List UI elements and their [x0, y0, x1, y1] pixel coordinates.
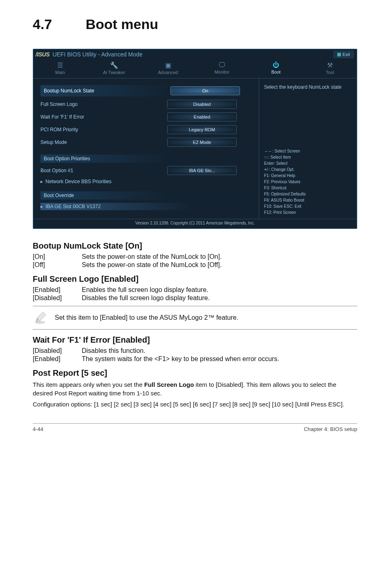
asus-logo: /ISUS: [36, 51, 49, 58]
setup-value[interactable]: EZ Mode: [167, 138, 237, 147]
exit-icon: [337, 53, 341, 56]
def-val: Sets the power-on state of the NumLock t…: [82, 261, 357, 269]
tab-monitor[interactable]: 🖵 Monitor: [195, 60, 249, 78]
def-val: Disables this function.: [82, 347, 357, 355]
pci-row: PCI ROM Priority Legacy ROM: [40, 125, 254, 134]
tab-boot[interactable]: ⏻ Boot: [249, 60, 303, 78]
tab-advanced[interactable]: ▣ Advanced: [141, 60, 195, 78]
tab-main-label: Main: [55, 70, 65, 75]
bios-title: UEFI BIOS Utility - Advanced Mode: [52, 51, 142, 58]
boot-option1-row: Boot Option #1 IBA GE Slo...: [40, 166, 254, 175]
chevron-right-icon: ▸: [40, 179, 43, 184]
def-row: [Disabled] Disables the full screen logo…: [33, 294, 357, 302]
exit-button[interactable]: Exit: [334, 51, 354, 58]
boot-option1-label: Boot Option #1: [40, 168, 163, 173]
tab-ai-label: Ai Tweaker: [103, 70, 125, 75]
page-footer: 4-44 Chapter 4: BIOS setup: [33, 423, 357, 432]
hint-line: →←: Select Screen: [264, 148, 352, 154]
def-row: [Disabled] Disables this function.: [33, 347, 357, 355]
netdev-label: Network Device BBS Priorities: [45, 179, 111, 184]
def-key: [Enabled]: [33, 355, 82, 363]
chevron-right-icon: ▸: [40, 204, 43, 209]
def-key: [Off]: [33, 261, 82, 269]
boot-priorities-header: Boot Option Priorities: [40, 155, 254, 163]
tab-tool-label: Tool: [326, 70, 334, 75]
exit-label: Exit: [343, 52, 350, 57]
paragraph: This item appears only when you set the …: [33, 380, 357, 397]
tab-advanced-label: Advanced: [158, 70, 178, 75]
hint-line: F1: General Help: [264, 173, 352, 179]
iba-label: IBA GE Slot 00CB V1372: [45, 204, 101, 209]
tab-boot-label: Boot: [271, 70, 281, 74]
power-icon: ⏻: [249, 61, 303, 69]
def-val: Sets the power-on state of the NumLock t…: [82, 253, 357, 260]
fullscreen-label: Full Screen Logo: [40, 101, 163, 107]
monitor-icon: 🖵: [195, 61, 249, 69]
fullscreen-value[interactable]: Disabled: [167, 100, 237, 109]
boot-override-header: Boot Override: [40, 191, 254, 200]
fullscreen-row: Full Screen Logo Disabled: [40, 100, 254, 109]
iba-subitem[interactable]: ▸ IBA GE Slot 00CB V1372: [40, 203, 254, 210]
def-key: [Disabled]: [33, 347, 82, 355]
hint-line: F12: Print Screen: [264, 209, 352, 215]
bios-main-panel: Bootup NumLock State On Full Screen Logo…: [33, 79, 259, 219]
tab-monitor-label: Monitor: [215, 70, 230, 74]
netdev-subitem[interactable]: ▸ Network Device BBS Priorities: [40, 179, 254, 184]
key-hints: →←: Select Screen ↑↓: Select Item Enter:…: [264, 148, 352, 215]
bios-window: /ISUS UEFI BIOS Utility - Advanced Mode …: [33, 49, 357, 229]
def-key: [On]: [33, 253, 82, 260]
paragraph: Configuration options: [1 sec] [2 sec] […: [33, 400, 357, 408]
bootup-value[interactable]: On: [170, 86, 240, 95]
def-key: [Disabled]: [33, 294, 82, 302]
note-text: Set this item to [Enabled] to use the AS…: [55, 314, 238, 321]
section-heading: Post Report [5 sec]: [33, 368, 357, 378]
footer-left: 4-44: [33, 426, 43, 432]
para-text: This item appears only when you set the: [33, 381, 144, 388]
help-text: Select the keyboard NumLock state: [264, 84, 352, 90]
bios-help-panel: Select the keyboard NumLock state →←: Se…: [259, 79, 357, 219]
tab-ai-tweaker[interactable]: 🔧 Ai Tweaker: [87, 60, 141, 78]
def-key: [Enabled]: [33, 286, 82, 294]
tab-strip: ☰ Main 🔧 Ai Tweaker ▣ Advanced 🖵 Monitor…: [33, 60, 357, 79]
bootup-label: Bootup NumLock State: [44, 88, 166, 94]
bios-copyright: Version 2.10.1208. Copyright (C) 2011 Am…: [33, 219, 357, 225]
tab-tool[interactable]: ⚒ Tool: [303, 60, 357, 78]
def-row: [Enabled] The system waits for the <F1> …: [33, 355, 357, 363]
page-heading: 4.7 Boot menu: [33, 16, 357, 32]
def-val: Enables the full screen logo display fea…: [82, 286, 357, 294]
note-box: Set this item to [Enabled] to use the AS…: [33, 306, 357, 330]
hint-line: ↑↓: Select Item: [264, 154, 352, 160]
hint-line: F5: Optimized Defaults: [264, 191, 352, 197]
boot-option1-value[interactable]: IBA GE Slo...: [167, 166, 237, 175]
pencil-icon: [33, 310, 47, 325]
footer-right: Chapter 4: BIOS setup: [304, 426, 357, 432]
section-heading: Wait For 'F1' If Error [Enabled]: [33, 335, 357, 345]
bios-titlebar: /ISUS UEFI BIOS Utility - Advanced Mode …: [33, 49, 357, 58]
heading-title: Boot menu: [85, 16, 158, 32]
bootup-row-selected: Bootup NumLock State On: [40, 85, 254, 97]
def-val: The system waits for the <F1> key to be …: [82, 355, 357, 363]
para-bold: Full Screen Logo: [144, 381, 194, 388]
section-heading: Bootup NumLock State [On]: [33, 241, 357, 251]
hint-line: +/-: Change Opt.: [264, 166, 352, 173]
hint-line: F6: ASUS Ratio Boost: [264, 197, 352, 203]
waitf1-row: Wait For 'F1' If Error Enabled: [40, 112, 254, 121]
hint-line: F3: Shortcut: [264, 185, 352, 191]
def-row: [Off] Sets the power-on state of the Num…: [33, 261, 357, 269]
tool-icon: ⚒: [303, 61, 357, 69]
wrench-icon: 🔧: [87, 61, 141, 69]
def-val: Disables the full screen logo display fe…: [82, 294, 357, 302]
pci-label: PCI ROM Priority: [40, 127, 163, 132]
waitf1-value[interactable]: Enabled: [167, 112, 237, 121]
waitf1-label: Wait For 'F1' If Error: [40, 114, 163, 120]
hint-line: F10: Save ESC: Exit: [264, 203, 352, 209]
hint-line: Enter: Select: [264, 160, 352, 166]
setup-row: Setup Mode EZ Mode: [40, 138, 254, 147]
pci-value[interactable]: Legacy ROM: [167, 125, 237, 134]
section-heading: Full Screen Logo [Enabled]: [33, 274, 357, 284]
list-icon: ☰: [33, 61, 87, 69]
tab-main[interactable]: ☰ Main: [33, 60, 87, 78]
def-row: [Enabled] Enables the full screen logo d…: [33, 286, 357, 294]
heading-number: 4.7: [33, 16, 82, 32]
hint-line: F2: Previous Values: [264, 179, 352, 185]
